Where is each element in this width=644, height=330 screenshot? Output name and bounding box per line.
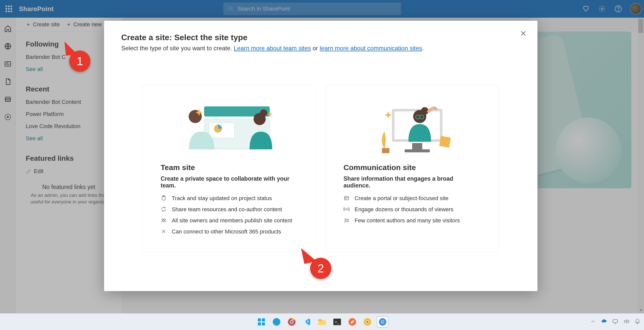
chrome-canary-icon[interactable] <box>362 316 373 328</box>
svg-rect-23 <box>209 123 234 138</box>
svg-rect-34 <box>412 143 422 149</box>
terminal-icon[interactable]: >_ <box>331 316 343 328</box>
notification-bell-icon[interactable] <box>634 318 640 325</box>
chrome-icon[interactable] <box>286 316 298 328</box>
svg-point-46 <box>345 219 346 220</box>
svg-rect-50 <box>258 322 261 325</box>
svg-rect-35 <box>405 149 430 152</box>
svg-point-27 <box>260 109 267 116</box>
learn-team-sites-link[interactable]: Learn more about team sites <box>234 45 311 52</box>
vscode-icon[interactable] <box>301 316 313 328</box>
tray-chevron-icon[interactable] <box>590 318 596 325</box>
communication-site-title: Communication site <box>343 163 481 172</box>
communication-site-illustration <box>343 98 481 156</box>
taskbar-center: >_ <box>256 316 388 328</box>
close-icon <box>520 30 527 37</box>
broadcast-icon <box>343 206 350 212</box>
windows-icon <box>257 318 265 326</box>
communication-site-desc: Share information that engages a broad a… <box>343 175 481 189</box>
team-site-title: Team site <box>161 163 298 172</box>
svg-rect-51 <box>262 322 265 325</box>
svg-point-52 <box>273 318 280 326</box>
callout-number: 1 <box>77 54 83 68</box>
svg-point-56 <box>290 321 293 323</box>
tools-icon <box>161 228 167 234</box>
svg-rect-58 <box>318 319 322 321</box>
svg-rect-49 <box>262 318 265 321</box>
svg-rect-68 <box>613 320 617 323</box>
svg-point-45 <box>346 209 347 210</box>
onedrive-icon[interactable] <box>601 318 607 325</box>
svg-point-30 <box>162 219 163 220</box>
layout-icon <box>343 195 350 201</box>
comm-feature: Few content authors and many site visito… <box>343 217 481 224</box>
create-site-dialog: Create a site: Select the site type Sele… <box>104 21 537 291</box>
comm-feature-label: Create a portal or subject-focused site <box>355 195 449 202</box>
team-feature-label: All site owners and members publish site… <box>172 217 292 224</box>
taskbar-right <box>590 318 640 325</box>
svg-text:>_: >_ <box>335 320 339 324</box>
svg-point-64 <box>366 321 368 323</box>
svg-rect-41 <box>439 136 451 148</box>
svg-point-47 <box>348 219 349 220</box>
start-button[interactable] <box>256 316 267 328</box>
chrome-dev-icon[interactable] <box>377 316 388 328</box>
dialog-close-button[interactable] <box>518 28 528 38</box>
team-site-card[interactable]: Team site Create a private space to coll… <box>143 85 316 252</box>
team-feature-label: Track and stay updated on project status <box>172 195 272 202</box>
dialog-sub-pre: Select the type of site you want to crea… <box>121 45 234 52</box>
team-feature: All site owners and members publish site… <box>161 217 298 224</box>
team-site-desc: Create a private space to collaborate wi… <box>161 175 298 189</box>
annotation-callout-2: 2 <box>310 258 331 279</box>
team-feature-label: Share team resources and co-author conte… <box>172 206 282 213</box>
svg-rect-40 <box>382 148 389 153</box>
team-feature-label: Can connect to other Microsoft 365 produ… <box>172 228 281 235</box>
comm-feature-label: Engage dozens or thousands of viewers <box>355 206 453 213</box>
learn-communication-sites-link[interactable]: learn more about communication sites <box>320 45 422 52</box>
edge-icon[interactable] <box>271 316 282 328</box>
windows-taskbar: >_ <box>0 313 644 330</box>
annotation-callout-1: 1 <box>69 51 90 72</box>
postman-icon[interactable] <box>346 316 358 328</box>
svg-point-70 <box>637 323 638 324</box>
comm-feature-label: Few content authors and many site visito… <box>355 217 460 224</box>
file-explorer-icon[interactable] <box>316 316 328 328</box>
tray-monitor-icon[interactable] <box>612 318 618 325</box>
author-visitor-icon <box>343 217 350 223</box>
volume-icon[interactable] <box>623 318 629 325</box>
team-feature: Track and stay updated on project status <box>161 195 298 202</box>
team-feature: Can connect to other Microsoft 365 produ… <box>161 228 298 235</box>
sync-icon <box>161 206 167 212</box>
dialog-sub-mid: or <box>311 45 320 52</box>
dialog-sub-post: . <box>422 45 424 52</box>
comm-feature: Create a portal or subject-focused site <box>343 195 481 202</box>
comm-feature: Engage dozens or thousands of viewers <box>343 206 481 213</box>
svg-rect-42 <box>344 196 349 200</box>
dialog-title: Create a site: Select the site type <box>121 33 520 42</box>
communication-site-card[interactable]: Communication site Share information tha… <box>326 85 499 252</box>
dialog-subtitle: Select the type of site you want to crea… <box>121 45 520 52</box>
site-type-cards: Team site Create a private space to coll… <box>121 85 520 252</box>
clipboard-icon <box>161 195 167 201</box>
people-icon <box>161 217 167 223</box>
svg-point-31 <box>164 219 165 220</box>
team-feature: Share team resources and co-author conte… <box>161 206 298 213</box>
team-site-illustration <box>161 98 298 156</box>
svg-point-67 <box>382 321 384 323</box>
callout-number: 2 <box>317 262 324 275</box>
svg-rect-48 <box>258 318 261 321</box>
